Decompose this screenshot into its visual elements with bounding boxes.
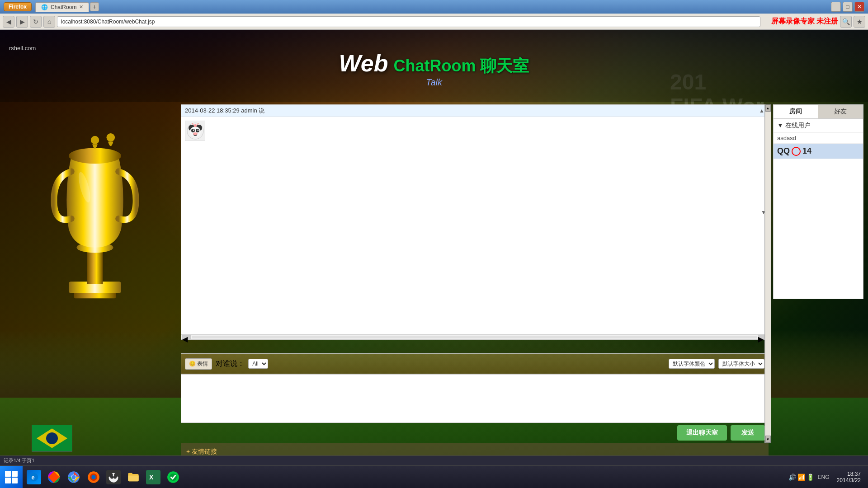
chat-container: 2014-03-22 18:35:29 admin 说 ▲ xyxy=(181,104,769,443)
header-web-label: Web xyxy=(339,52,388,75)
header-chatroom-label: ChatRoom 聊天室 xyxy=(393,55,529,77)
svg-point-5 xyxy=(91,136,99,145)
tray-icon-1: 🔊 xyxy=(788,474,796,481)
tray-icon-network: 📶 xyxy=(797,474,805,481)
taskbar-right: 🔊 📶 🔋 ENG 18:37 2014/3/22 xyxy=(788,471,868,483)
colorball-icon xyxy=(47,470,61,484)
back-button[interactable]: ◀ xyxy=(3,16,14,28)
right-panel-content: ▼ 在线用户 asdasd QQ 14 xyxy=(773,118,863,299)
svg-point-23 xyxy=(71,475,75,479)
start-button[interactable] xyxy=(0,466,23,488)
svg-point-17 xyxy=(194,124,197,127)
tab-friends[interactable]: 好友 xyxy=(818,105,863,118)
page-content: 201 FIFA Wor Braz xyxy=(0,30,868,488)
svg-point-26 xyxy=(91,475,95,479)
chat-input[interactable] xyxy=(181,375,768,422)
right-panel: 房间 好友 ▼ 在线用户 asdasd QQ 14 xyxy=(773,104,863,443)
scroll-left-btn[interactable]: ◀ xyxy=(182,335,191,339)
tab-title: ChatRoom xyxy=(51,4,76,10)
emoji-button[interactable]: 😊 表情 xyxy=(185,358,212,370)
bookmark-button[interactable]: ★ xyxy=(854,16,865,28)
minimize-button[interactable]: — xyxy=(831,2,841,12)
online-user-qq14[interactable]: QQ 14 xyxy=(774,144,863,159)
forward-button[interactable]: ▶ xyxy=(16,16,28,28)
emoji-label: 表情 xyxy=(197,361,208,367)
svg-point-4 xyxy=(69,148,121,164)
header-top-text: rshell.com xyxy=(9,45,36,52)
online-user-asdasd[interactable]: asdasd xyxy=(774,133,863,144)
active-tab[interactable]: 🌐 ChatRoom ✕ xyxy=(35,2,89,12)
taskbar-folder[interactable] xyxy=(124,468,143,487)
ie-icon: e xyxy=(27,470,41,484)
horizontal-scrollbar[interactable]: ◀ ▶ xyxy=(181,334,769,340)
tab-favicon: 🌐 xyxy=(41,4,48,10)
taskbar: e xyxy=(0,465,868,488)
svg-point-30 xyxy=(110,475,113,479)
scrollbar-down-btn[interactable]: ▼ xyxy=(765,436,771,443)
tab-room[interactable]: 房间 xyxy=(774,105,818,118)
message-timestamp: 2014-03-22 18:35:29 admin 说 xyxy=(185,107,264,115)
new-tab-button[interactable]: + xyxy=(90,2,99,11)
svg-text:X: X xyxy=(149,474,154,481)
user-qq14-label: QQ xyxy=(777,146,790,156)
address-bar[interactable] xyxy=(57,16,760,27)
font-size-select[interactable]: 默认字体大小 xyxy=(718,359,764,369)
taskbar-ie[interactable]: e xyxy=(24,468,43,487)
status-text: 记录1/4 于页1 xyxy=(4,457,34,464)
tab-close-btn[interactable]: ✕ xyxy=(79,4,83,10)
message-area xyxy=(181,117,768,207)
vertical-scrollbar[interactable]: ▲ ▼ xyxy=(764,104,771,443)
svg-point-31 xyxy=(113,475,117,479)
brazil-flag xyxy=(32,425,72,452)
taskbar-excel[interactable]: X xyxy=(144,468,163,487)
navigation-bar: ◀ ▶ ↻ ⌂ 屏幕录像专家 未注册 🔍 ★ xyxy=(0,14,868,30)
font-color-select[interactable]: 默认字体颜色 xyxy=(669,359,715,369)
taskbar-panda[interactable] xyxy=(104,468,123,487)
svg-point-6 xyxy=(107,133,115,142)
clock-date: 2014/3/22 xyxy=(837,477,861,483)
chrome-icon xyxy=(66,470,81,484)
taskbar-apps: e xyxy=(23,468,788,487)
avatar-image xyxy=(185,121,205,141)
taskbar-colorball[interactable] xyxy=(44,468,63,487)
to-label: 对谁说： xyxy=(216,359,245,369)
chat-controls-bar: 😊 表情 对谁说： All 默认字体颜色 默认字体大小 xyxy=(181,353,769,374)
chat-messages-header: 2014-03-22 18:35:29 admin 说 ▲ xyxy=(181,105,768,117)
title-bar: Firefox 🌐 ChatRoom ✕ + — □ ✕ xyxy=(0,0,868,14)
taskbar-firefox[interactable] xyxy=(84,468,103,487)
user-qq14-num: 14 xyxy=(802,146,811,156)
search-button[interactable]: 🔍 xyxy=(840,16,852,28)
scrollbar-up-btn[interactable]: ▲ xyxy=(765,104,771,112)
reload-button[interactable]: ↻ xyxy=(30,16,42,28)
scroll-up-btn[interactable]: ▲ xyxy=(759,108,764,114)
svg-point-15 xyxy=(197,129,198,131)
cursor-indicator xyxy=(792,147,801,156)
clock-time: 18:37 xyxy=(837,471,861,477)
emoji-icon: 😊 xyxy=(189,361,196,367)
system-tray: 🔊 📶 🔋 xyxy=(788,474,814,481)
home-button[interactable]: ⌂ xyxy=(43,16,55,28)
taskbar-chrome[interactable] xyxy=(64,468,83,487)
chat-messages-panel[interactable]: 2014-03-22 18:35:29 admin 说 ▲ xyxy=(181,104,769,339)
svg-rect-2 xyxy=(87,250,103,284)
chat-bottom-buttons: 退出聊天室 发送 xyxy=(181,423,769,443)
header-talk-label: Talk xyxy=(426,77,442,88)
scroll-bottom-area: ▼ xyxy=(181,207,768,217)
svg-text:e: e xyxy=(32,474,35,480)
watermark-text: 屏幕录像专家 未注册 xyxy=(771,17,838,26)
status-bar: 记录1/4 于页1 xyxy=(0,455,868,465)
green-app-icon xyxy=(166,470,180,484)
firefox-icon xyxy=(86,470,101,484)
clock-area: 18:37 2014/3/22 xyxy=(833,471,864,483)
exit-chat-button[interactable]: 退出聊天室 xyxy=(677,425,727,441)
trophy-area xyxy=(23,57,181,488)
maximize-button[interactable]: □ xyxy=(843,2,853,12)
folder-icon xyxy=(126,470,141,484)
send-button[interactable]: 发送 xyxy=(731,425,765,441)
excel-icon: X xyxy=(146,470,160,484)
close-button[interactable]: ✕ xyxy=(854,2,864,12)
recipient-select[interactable]: All xyxy=(248,359,268,369)
panda-icon xyxy=(106,470,121,484)
firefox-button[interactable]: Firefox xyxy=(4,2,32,11)
taskbar-green-app[interactable] xyxy=(164,468,183,487)
